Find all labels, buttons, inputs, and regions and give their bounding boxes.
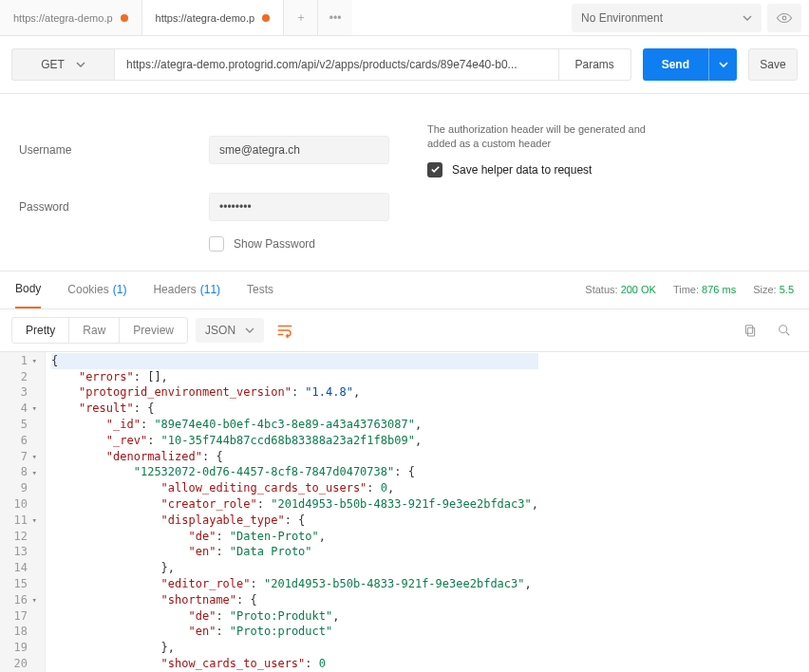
format-tab-raw[interactable]: Raw [69,318,120,343]
search-response-button[interactable] [771,317,798,344]
response-language-value: JSON [205,324,235,337]
tab-label: https://ategra-demo.p [156,12,255,24]
chevron-down-icon [76,60,85,69]
dirty-dot-icon [121,14,128,22]
response-tab-tests[interactable]: Tests [247,271,273,308]
show-password-label: Show Password [234,237,315,251]
headers-label: Headers [153,283,196,296]
request-tabs: https://ategra-demo.p https://ategra-dem… [0,0,566,35]
headers-count: (11) [200,283,220,296]
request-url-value: https://ategra-demo.protogrid.com/api/v2… [126,58,517,71]
username-value: sme@ategra.ch [219,143,300,157]
response-tab-cookies[interactable]: Cookies (1) [67,271,126,308]
svg-point-0 [782,16,786,20]
auth-info-text: The authorization header will be generat… [427,122,674,151]
response-body-code[interactable]: { "errors": [], "protogrid_environment_v… [46,352,544,672]
svg-rect-2 [745,326,752,334]
copy-response-button[interactable] [737,317,763,344]
request-url-input[interactable]: https://ategra-demo.protogrid.com/api/v2… [114,48,559,81]
code-gutter: 1▾234▾567▾8▾91011▾1213141516▾17181920212… [0,352,46,672]
dirty-dot-icon [262,14,270,22]
response-tab-headers[interactable]: Headers (11) [153,271,220,308]
password-value: •••••••• [219,200,252,214]
search-icon [777,323,792,338]
send-button-label: Send [643,48,708,81]
tab-request-1[interactable]: https://ategra-demo.p [142,0,285,35]
save-helper-label: Save helper data to request [452,162,592,177]
environment-select[interactable]: No Environment [572,4,762,32]
chevron-down-icon [245,326,254,335]
tab-request-0[interactable]: https://ategra-demo.p [0,0,142,35]
chevron-down-icon [743,13,752,23]
format-tab-preview[interactable]: Preview [120,318,187,343]
username-label: Username [19,143,209,157]
tab-label: https://ategra-demo.p [13,12,113,24]
check-icon [430,164,441,175]
environment-quicklook-button[interactable] [767,4,801,32]
params-button[interactable]: Params [559,48,631,81]
eye-icon [776,9,793,27]
response-status: Status: 200 OK Time: 876 ms Size: 5.5 [585,284,794,295]
password-label: Password [19,200,209,214]
copy-icon [743,323,758,338]
wrap-lines-button[interactable] [272,317,298,344]
save-helper-checkbox[interactable] [427,162,442,177]
svg-rect-1 [747,327,754,336]
cookies-count: (1) [113,283,127,296]
save-button[interactable]: Save [748,48,798,81]
cookies-label: Cookies [67,283,108,296]
username-input[interactable]: sme@ategra.ch [209,136,389,164]
new-tab-button[interactable]: ＋ [284,0,318,35]
http-method-select[interactable]: GET [11,48,114,81]
environment-value: No Environment [581,11,663,25]
response-time: 876 ms [702,284,736,295]
send-button[interactable]: Send [643,48,737,81]
show-password-checkbox[interactable] [209,236,224,252]
send-more-button[interactable] [708,48,737,81]
svg-point-3 [780,326,787,333]
chevron-down-icon [719,60,728,69]
status-code: 200 OK [621,284,656,295]
response-language-select[interactable]: JSON [196,318,264,343]
response-tab-body[interactable]: Body [15,271,41,308]
http-method-value: GET [41,58,65,71]
more-tabs-button[interactable]: ••• [318,0,352,35]
password-input[interactable]: •••••••• [209,193,389,221]
response-size: 5.5 [780,284,794,295]
format-tab-pretty[interactable]: Pretty [12,318,69,343]
word-wrap-icon [276,322,293,339]
